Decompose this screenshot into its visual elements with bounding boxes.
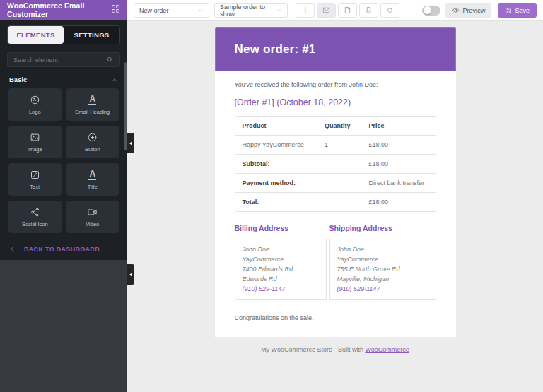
refresh-icon (386, 6, 394, 14)
collapse-sidebar-handle[interactable] (127, 133, 134, 153)
billing-address-column: Billing Address John Doe YayCommerce 740… (235, 224, 327, 300)
eye-icon (452, 6, 460, 14)
mobile-view-button[interactable] (359, 3, 378, 18)
table-header-row: Product Quantity Price (235, 117, 436, 136)
email-body: You've received the following order from… (215, 71, 456, 337)
total-value: £18.00 (361, 193, 436, 212)
email-view-button[interactable] (317, 3, 336, 18)
sidebar-header: WooCommerce Email Customizer (0, 0, 127, 20)
search-input[interactable] (13, 57, 106, 64)
address-line: YayCommerce (337, 254, 428, 264)
addresses-block[interactable]: Billing Address John Doe YayCommerce 740… (235, 224, 436, 300)
tab-settings[interactable]: SETTINGS (64, 26, 119, 44)
save-label: Save (515, 7, 530, 14)
email-footer[interactable]: My WooCommerce Store - Built with WooCom… (215, 337, 456, 362)
reset-button[interactable] (380, 3, 399, 18)
chevron-up-icon (111, 76, 118, 83)
address-line: John Doe (243, 244, 319, 254)
table-row-total: Total: £18.00 (235, 193, 436, 212)
table-row-subtotal: Subtotal: £18.00 (235, 155, 436, 174)
payment-method-label: Payment method: (235, 174, 361, 193)
grid-menu-icon[interactable] (111, 4, 120, 16)
info-button[interactable]: i (296, 3, 315, 18)
toolbar: New order Sample order to show i (127, 0, 543, 21)
save-button[interactable]: Save (498, 3, 537, 18)
element-card-social-icon[interactable]: Social Icon (8, 201, 62, 233)
element-card-video[interactable]: Video (66, 201, 119, 233)
sample-order-select[interactable]: Sample order to show (214, 3, 288, 18)
chevron-down-icon (276, 7, 282, 13)
total-label: Total: (235, 193, 361, 212)
address-line: John Doe (337, 244, 428, 254)
view-mode-buttons: i (296, 3, 399, 18)
email-header-block[interactable]: New order: #1 (215, 27, 456, 71)
address-line: Edwards Rd (243, 274, 319, 284)
email-type-select[interactable]: New order (134, 3, 209, 18)
logo-icon (30, 95, 40, 105)
plain-text-view-button[interactable] (338, 3, 357, 18)
element-grid: Logo A Email Heading Image Button Text (0, 88, 127, 233)
element-label: Button (85, 146, 100, 153)
chevron-down-icon (197, 7, 204, 13)
back-label: BACK TO DASHBOARD (24, 246, 100, 253)
order-heading[interactable]: [Order #1] (October 18, 2022) (235, 97, 436, 107)
footer-text: My WooCommerce Store - Built with (261, 346, 365, 353)
element-label: Image (28, 146, 42, 153)
billing-phone-link[interactable]: (910) 529-1147 (243, 285, 286, 292)
back-arrow-icon (9, 244, 18, 254)
col-header-price: Price (361, 117, 436, 136)
element-label: Title (88, 184, 98, 190)
address-line: YayCommerce (243, 254, 319, 264)
document-icon (344, 6, 351, 14)
button-icon (87, 132, 98, 143)
main-area: New order Sample order to show i (127, 0, 543, 392)
email-outro-text[interactable]: Congratulations on the sale. (235, 314, 436, 321)
subtotal-value: £18.00 (361, 155, 436, 174)
preview-toggle[interactable] (422, 6, 440, 16)
section-basic-header[interactable]: Basic (0, 67, 127, 88)
sidebar: WooCommerce Email Customizer ELEMENTS SE… (0, 0, 127, 392)
element-card-title[interactable]: A Title (66, 163, 119, 196)
back-to-dashboard-link[interactable]: BACK TO DASHBOARD (9, 244, 118, 254)
element-card-email-heading[interactable]: A Email Heading (66, 88, 119, 121)
cell-quantity: 1 (317, 136, 361, 155)
email-heading-icon: A (88, 95, 96, 105)
element-card-button[interactable]: Button (66, 126, 119, 158)
social-icon (30, 207, 40, 218)
woocommerce-link[interactable]: WooCommerce (366, 346, 409, 353)
element-label: Social Icon (22, 221, 48, 227)
email-intro-text[interactable]: You've received the following order from… (235, 81, 436, 88)
shipping-address-title: Shipping Address (329, 224, 436, 232)
address-line: 7400 Edwards Rd (243, 264, 319, 274)
cell-price: £18.00 (361, 136, 436, 155)
save-icon (505, 7, 512, 14)
email-preview-canvas: New order: #1 You've received the follow… (127, 21, 543, 392)
subtotal-label: Subtotal: (235, 155, 361, 174)
section-title: Basic (9, 76, 27, 83)
collapse-sidebar-handle[interactable] (127, 264, 134, 285)
email-header-title: New order: #1 (235, 42, 316, 57)
address-line: 755 E North Grove Rd (337, 264, 428, 274)
billing-address-title: Billing Address (235, 224, 327, 232)
payment-method-value: Direct bank transfer (361, 174, 436, 193)
shipping-phone-link[interactable]: (910) 529-1147 (337, 285, 380, 292)
preview-button[interactable]: Preview (445, 3, 491, 18)
element-card-logo[interactable]: Logo (8, 88, 62, 121)
element-card-text[interactable]: Text (8, 163, 62, 196)
element-card-image[interactable]: Image (8, 126, 62, 158)
video-icon (87, 207, 98, 218)
search-element-box (7, 52, 120, 67)
text-icon (30, 170, 40, 180)
col-header-product: Product (235, 117, 317, 136)
title-icon: A (88, 170, 96, 180)
toggle-knob (424, 6, 431, 14)
billing-address-box: John Doe YayCommerce 7400 Edwards Rd Edw… (235, 239, 327, 300)
tab-elements[interactable]: ELEMENTS (8, 26, 64, 44)
info-icon: i (304, 6, 305, 14)
shipping-address-box: John Doe YayCommerce 755 E North Grove R… (329, 239, 436, 300)
email-type-value: New order (139, 7, 169, 14)
cell-product: Happy YayCommerce (235, 136, 317, 155)
order-table[interactable]: Product Quantity Price Happy YayCommerce… (235, 116, 436, 212)
sidebar-scrollbar[interactable] (124, 62, 127, 150)
col-header-quantity: Quantity (317, 117, 361, 136)
